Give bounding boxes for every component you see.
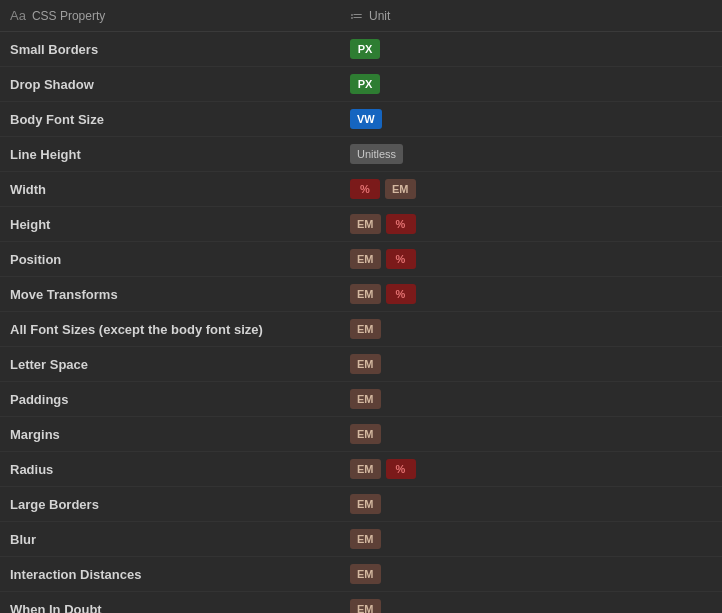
table-row: Width%EM — [0, 172, 722, 207]
row-property-name: Paddings — [10, 392, 350, 407]
unit-badge[interactable]: PX — [350, 74, 380, 94]
row-property-name: Body Font Size — [10, 112, 350, 127]
row-units: EM — [350, 599, 712, 613]
table-body: Small BordersPXDrop ShadowPXBody Font Si… — [0, 32, 722, 613]
unit-badge[interactable]: % — [386, 284, 416, 304]
row-units: Unitless — [350, 144, 712, 164]
row-property-name: Radius — [10, 462, 350, 477]
row-property-name: Interaction Distances — [10, 567, 350, 582]
unit-label: Unit — [369, 9, 390, 23]
unit-badge[interactable]: EM — [350, 494, 381, 514]
unit-badge[interactable]: EM — [350, 424, 381, 444]
unit-badge[interactable]: % — [386, 249, 416, 269]
row-units: EM% — [350, 459, 712, 479]
row-units: PX — [350, 74, 712, 94]
table-row: PositionEM% — [0, 242, 722, 277]
unit-badge[interactable]: EM — [350, 529, 381, 549]
property-column-header: Aa CSS Property — [10, 8, 350, 23]
row-units: EM — [350, 319, 712, 339]
row-units: EM — [350, 354, 712, 374]
unit-icon: ≔ — [350, 8, 363, 23]
row-property-name: Height — [10, 217, 350, 232]
row-units: EM — [350, 424, 712, 444]
table-row: Large BordersEM — [0, 487, 722, 522]
row-units: EM — [350, 494, 712, 514]
table-row: All Font Sizes (except the body font siz… — [0, 312, 722, 347]
unit-badge[interactable]: % — [386, 214, 416, 234]
row-property-name: Drop Shadow — [10, 77, 350, 92]
row-units: EM — [350, 564, 712, 584]
table-row: PaddingsEM — [0, 382, 722, 417]
row-units: %EM — [350, 179, 712, 199]
unit-badge[interactable]: % — [386, 459, 416, 479]
row-property-name: Position — [10, 252, 350, 267]
unit-badge[interactable]: EM — [350, 284, 381, 304]
row-property-name: Small Borders — [10, 42, 350, 57]
table-row: HeightEM% — [0, 207, 722, 242]
property-label: CSS Property — [32, 9, 105, 23]
unit-badge[interactable]: PX — [350, 39, 380, 59]
table-row: Letter SpaceEM — [0, 347, 722, 382]
unit-badge[interactable]: EM — [350, 459, 381, 479]
table-row: Line HeightUnitless — [0, 137, 722, 172]
row-property-name: Width — [10, 182, 350, 197]
row-property-name: Line Height — [10, 147, 350, 162]
unit-badge[interactable]: EM — [350, 319, 381, 339]
row-units: PX — [350, 39, 712, 59]
unit-badge[interactable]: EM — [350, 214, 381, 234]
table-row: Move TransformsEM% — [0, 277, 722, 312]
unit-badge[interactable]: EM — [385, 179, 416, 199]
table-row: BlurEM — [0, 522, 722, 557]
unit-badge[interactable]: EM — [350, 564, 381, 584]
unit-badge[interactable]: % — [350, 179, 380, 199]
row-units: EM — [350, 529, 712, 549]
table-row: MarginsEM — [0, 417, 722, 452]
row-property-name: Move Transforms — [10, 287, 350, 302]
row-units: VW — [350, 109, 712, 129]
row-property-name: All Font Sizes (except the body font siz… — [10, 322, 350, 337]
css-property-table: Aa CSS Property ≔ Unit Small BordersPXDr… — [0, 0, 722, 613]
unit-badge[interactable]: Unitless — [350, 144, 403, 164]
row-units: EM% — [350, 249, 712, 269]
unit-badge[interactable]: EM — [350, 249, 381, 269]
table-row: Interaction DistancesEM — [0, 557, 722, 592]
table-row: Body Font SizeVW — [0, 102, 722, 137]
unit-badge[interactable]: VW — [350, 109, 382, 129]
row-property-name: Blur — [10, 532, 350, 547]
unit-badge[interactable]: EM — [350, 354, 381, 374]
property-icon: Aa — [10, 8, 26, 23]
row-units: EM — [350, 389, 712, 409]
row-property-name: When In Doubt — [10, 602, 350, 614]
row-units: EM% — [350, 284, 712, 304]
table-header: Aa CSS Property ≔ Unit — [0, 0, 722, 32]
unit-badge[interactable]: EM — [350, 389, 381, 409]
unit-badge[interactable]: EM — [350, 599, 381, 613]
row-units: EM% — [350, 214, 712, 234]
unit-column-header: ≔ Unit — [350, 8, 712, 23]
row-property-name: Margins — [10, 427, 350, 442]
table-row: Small BordersPX — [0, 32, 722, 67]
row-property-name: Large Borders — [10, 497, 350, 512]
table-row: Drop ShadowPX — [0, 67, 722, 102]
table-row: RadiusEM% — [0, 452, 722, 487]
table-row: When In DoubtEM — [0, 592, 722, 613]
row-property-name: Letter Space — [10, 357, 350, 372]
